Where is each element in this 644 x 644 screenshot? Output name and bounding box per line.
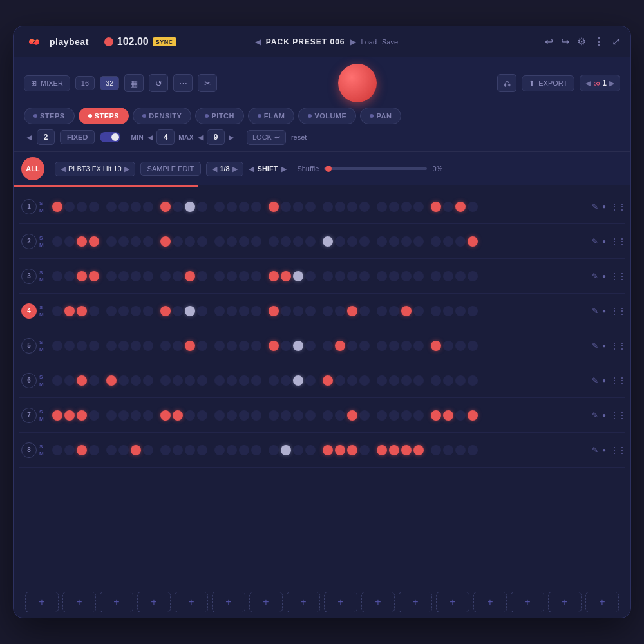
step-2-20[interactable]: [305, 236, 316, 247]
step-3-17[interactable]: [269, 271, 279, 281]
step-8-4[interactable]: [89, 445, 99, 455]
step-6-16[interactable]: [251, 375, 261, 386]
step-1-25[interactable]: [377, 202, 387, 212]
loop-prev-btn[interactable]: ◀: [585, 79, 591, 88]
solo-label-8[interactable]: S: [39, 444, 50, 450]
step-7-11[interactable]: [185, 410, 195, 421]
step-6-29[interactable]: [431, 375, 441, 386]
step-7-15[interactable]: [239, 410, 249, 421]
step-5-24[interactable]: [359, 341, 370, 351]
step-2-8[interactable]: [143, 236, 153, 247]
step-5-19[interactable]: [293, 341, 303, 351]
step-1-21[interactable]: [323, 202, 333, 212]
step-6-17[interactable]: [269, 375, 279, 386]
undo-icon[interactable]: ↩: [545, 35, 553, 48]
step-7-21[interactable]: [323, 410, 333, 421]
menu-icon[interactable]: ⋮: [594, 35, 604, 48]
shuffle-bar[interactable]: [324, 167, 427, 170]
loop-area[interactable]: ◀ ∞ 1 ▶: [580, 75, 620, 91]
track-num-5[interactable]: 5: [21, 338, 37, 354]
step-5-17[interactable]: [269, 341, 279, 351]
step-5-28[interactable]: [413, 341, 424, 351]
track-mute-dot-6[interactable]: ●: [602, 377, 606, 384]
step-2-10[interactable]: [173, 236, 183, 247]
step-8-7[interactable]: [131, 445, 141, 455]
step-3-28[interactable]: [413, 271, 424, 281]
step-3-19[interactable]: [293, 271, 303, 281]
step-3-2[interactable]: [64, 271, 75, 281]
step-4-32[interactable]: [468, 306, 478, 316]
add-track-btn-6[interactable]: +: [212, 592, 245, 612]
step-2-7[interactable]: [131, 236, 141, 247]
step-7-20[interactable]: [305, 410, 316, 421]
add-track-btn-12[interactable]: +: [436, 592, 469, 612]
step-5-18[interactable]: [281, 341, 291, 351]
step-8-6[interactable]: [118, 445, 129, 455]
main-knob[interactable]: [338, 64, 377, 102]
add-track-btn-1[interactable]: +: [25, 592, 59, 612]
step-3-7[interactable]: [131, 271, 141, 281]
step-6-27[interactable]: [401, 375, 412, 386]
step-3-16[interactable]: [251, 271, 261, 281]
add-track-btn-9[interactable]: +: [324, 592, 357, 612]
all-button[interactable]: ALL: [21, 157, 44, 180]
steps-value[interactable]: 2: [37, 129, 55, 145]
refresh-icon-btn[interactable]: ↺: [149, 74, 168, 92]
step-3-24[interactable]: [359, 271, 370, 281]
step-8-28[interactable]: [413, 445, 424, 455]
step-3-3[interactable]: [77, 271, 87, 281]
mute-label-4[interactable]: M: [39, 312, 50, 317]
mute-label-8[interactable]: M: [39, 451, 50, 457]
step-4-25[interactable]: [377, 306, 387, 316]
step-2-4[interactable]: [89, 236, 99, 247]
step-1-18[interactable]: [281, 202, 291, 212]
step-3-4[interactable]: [89, 271, 99, 281]
step-7-16[interactable]: [251, 410, 261, 421]
step-6-15[interactable]: [239, 375, 249, 386]
step-5-9[interactable]: [160, 341, 171, 351]
step-4-11[interactable]: [185, 306, 195, 316]
track-edit-btn-4[interactable]: ✎: [592, 307, 598, 316]
step-8-32[interactable]: [468, 445, 478, 455]
step-4-30[interactable]: [443, 306, 453, 316]
param-steps-btn[interactable]: STEPS: [24, 108, 75, 124]
step-8-8[interactable]: [143, 445, 153, 455]
param-steps-active-btn[interactable]: STEPS: [79, 108, 129, 124]
step-7-8[interactable]: [143, 410, 153, 421]
track-edit-btn-3[interactable]: ✎: [592, 272, 598, 281]
step-1-12[interactable]: [197, 202, 207, 212]
step-6-23[interactable]: [347, 375, 357, 386]
step-4-20[interactable]: [305, 306, 316, 316]
step-4-13[interactable]: [214, 306, 225, 316]
track-next-btn[interactable]: ▶: [124, 165, 129, 173]
step-7-10[interactable]: [173, 410, 183, 421]
add-track-btn-2[interactable]: +: [62, 592, 96, 612]
step-3-30[interactable]: [443, 271, 453, 281]
step-2-28[interactable]: [413, 236, 424, 247]
step-6-25[interactable]: [377, 375, 387, 386]
param-flam-btn[interactable]: FLAM: [248, 108, 295, 124]
track-drag-handle-4[interactable]: ⋮⋮: [610, 306, 625, 316]
add-track-btn-5[interactable]: +: [175, 592, 208, 612]
step-5-14[interactable]: [227, 341, 237, 351]
step-7-7[interactable]: [131, 410, 141, 421]
step-1-23[interactable]: [347, 202, 357, 212]
step-6-19[interactable]: [293, 375, 303, 386]
step-8-15[interactable]: [239, 445, 249, 455]
track-mute-dot-4[interactable]: ●: [602, 307, 606, 314]
step-3-23[interactable]: [347, 271, 357, 281]
step-3-20[interactable]: [305, 271, 316, 281]
min-value[interactable]: 4: [156, 129, 175, 145]
step-4-27[interactable]: [401, 306, 412, 316]
step-2-16[interactable]: [251, 236, 261, 247]
step-2-3[interactable]: [77, 236, 87, 247]
steps-32-button[interactable]: 32: [100, 76, 119, 90]
step-4-12[interactable]: [197, 306, 207, 316]
step-2-31[interactable]: [455, 236, 466, 247]
track-num-8[interactable]: 8: [21, 442, 37, 458]
step-2-1[interactable]: [52, 236, 62, 247]
step-7-31[interactable]: [455, 410, 466, 421]
step-3-13[interactable]: [214, 271, 225, 281]
step-2-11[interactable]: [185, 236, 195, 247]
step-6-6[interactable]: [118, 375, 129, 386]
